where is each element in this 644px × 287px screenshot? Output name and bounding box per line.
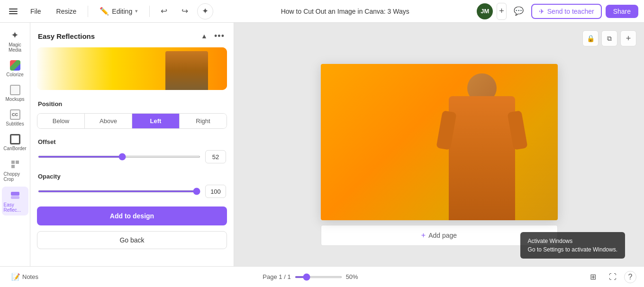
redo-button[interactable]: ↪ xyxy=(176,3,193,20)
zoom-percentage: 50% xyxy=(346,273,364,280)
copy-button[interactable]: ⧉ xyxy=(601,30,617,46)
pencil-icon: ✏️ xyxy=(100,7,109,16)
opacity-label: Opacity xyxy=(30,169,234,183)
file-label: File xyxy=(30,8,41,15)
canvas-toolbar: 🔒 ⧉ + xyxy=(582,30,636,46)
file-button[interactable]: File xyxy=(25,5,47,18)
sidebar-choppy-label: Choppy Crop xyxy=(4,171,27,182)
person-figure xyxy=(444,73,520,220)
share-button[interactable]: Share xyxy=(606,5,638,18)
sidebar-easy-reflections-label: Easy Reflec... xyxy=(4,202,27,213)
page-info: Page 1 / 1 xyxy=(263,273,290,280)
position-below-button[interactable]: Below xyxy=(37,114,85,128)
zoom-slider[interactable] xyxy=(295,276,342,278)
plus-people-button[interactable]: + xyxy=(497,3,507,20)
svg-rect-4 xyxy=(16,161,19,164)
sidebar-item-magic-media[interactable]: ✦ Magic Media xyxy=(2,27,28,55)
offset-value[interactable]: 52 xyxy=(205,150,226,163)
editing-label: Editing xyxy=(112,8,132,15)
position-left-button[interactable]: Left xyxy=(132,114,180,128)
subtitles-icon: CC xyxy=(10,109,20,120)
magic-media-icon: ✦ xyxy=(11,29,19,41)
undo-button[interactable]: ↩ xyxy=(155,3,172,20)
topbar-right: JM + 💬 ✈ Send to teacher Share xyxy=(477,3,638,20)
topbar: File Resize ✏️ Editing ▾ ↩ ↪ ✦ How to Cu… xyxy=(0,0,644,23)
fullscreen-button[interactable]: ⛶ xyxy=(604,269,621,286)
position-right-button[interactable]: Right xyxy=(180,114,227,128)
add-page-icon: + xyxy=(421,231,426,240)
sidebar-item-choppy-crop[interactable]: Choppy Crop xyxy=(2,156,28,185)
grid-view-button[interactable]: ⊞ xyxy=(584,269,601,286)
panel-header-actions: ▲ ••• xyxy=(198,29,226,43)
send-teacher-button[interactable]: ✈ Send to teacher xyxy=(531,4,602,19)
sparkle-button[interactable]: ✦ xyxy=(197,3,213,19)
easy-reflections-icon xyxy=(9,189,21,201)
more-options-button[interactable]: ••• xyxy=(213,29,226,43)
offset-slider-section: 52 xyxy=(30,148,234,169)
send-icon: ✈ xyxy=(539,8,544,15)
separator xyxy=(88,6,88,17)
panel-header: Easy Reflections ▲ ••• xyxy=(30,23,234,47)
notes-button[interactable]: 📝 Notes xyxy=(8,269,42,286)
lock-button[interactable]: 🔒 xyxy=(582,30,599,46)
comment-button[interactable]: 💬 xyxy=(510,3,527,20)
sidebar-item-colorize[interactable]: Colorize xyxy=(2,57,28,80)
notes-label: Notes xyxy=(22,273,38,280)
sidebar-colorize-label: Colorize xyxy=(6,72,24,77)
bottom-right: ⊞ ⛶ ? xyxy=(584,269,636,286)
opacity-slider-section: 100 xyxy=(30,183,234,204)
sidebar-item-mockups[interactable]: Mockups xyxy=(2,82,28,105)
editing-button[interactable]: ✏️ Editing ▾ xyxy=(94,4,144,18)
avatar: JM xyxy=(477,3,493,19)
canvas-slide[interactable] xyxy=(321,64,558,220)
share-label: Share xyxy=(613,8,631,15)
offset-label: Offset xyxy=(30,135,234,148)
svg-rect-5 xyxy=(11,165,15,168)
sidebar-item-label: Magic Media xyxy=(4,42,27,53)
canborder-icon xyxy=(10,134,20,144)
svg-rect-7 xyxy=(11,196,19,199)
svg-rect-3 xyxy=(11,161,15,164)
opacity-slider[interactable] xyxy=(38,190,200,192)
resize-button[interactable]: Resize xyxy=(51,5,82,18)
position-row: Below Above Left Right xyxy=(37,113,227,129)
menu-icon[interactable] xyxy=(6,4,21,19)
sidebar-item-easy-reflections[interactable]: Easy Reflec... xyxy=(2,187,28,215)
choppy-crop-icon xyxy=(9,159,21,170)
preview-box xyxy=(37,47,227,90)
bottom-left: 📝 Notes xyxy=(8,269,42,286)
scroll-up-button[interactable]: ▲ xyxy=(198,29,211,43)
sidebar-canborder-label: CanBorder xyxy=(3,146,26,151)
help-button[interactable]: ? xyxy=(624,271,636,283)
add-page-label: Add page xyxy=(428,232,457,239)
offset-slider[interactable] xyxy=(38,156,200,158)
sidebar-subtitles-label: Subtitles xyxy=(6,121,24,126)
separator2 xyxy=(149,6,150,17)
left-sidebar: ✦ Magic Media Colorize Mockups CC Subtit… xyxy=(0,23,30,287)
bottom-bar: 📝 Notes Page 1 / 1 50% ⊞ ⛶ ? xyxy=(0,266,644,287)
resize-label: Resize xyxy=(56,8,77,15)
canvas-area: 🔒 ⧉ + + Add page Activate Windows xyxy=(234,23,644,287)
preview-person xyxy=(165,51,208,90)
opacity-value[interactable]: 100 xyxy=(205,185,226,198)
add-page-bar[interactable]: + Add page xyxy=(321,225,558,246)
sidebar-item-subtitles[interactable]: CC Subtitles xyxy=(2,107,28,129)
panel-title: Easy Reflections xyxy=(38,32,95,40)
sidebar-item-canborder[interactable]: CanBorder xyxy=(2,131,28,154)
main-area: ✦ Magic Media Colorize Mockups CC Subtit… xyxy=(0,23,644,287)
position-label: Position xyxy=(30,97,234,110)
chevron-down-icon: ▾ xyxy=(135,8,138,14)
panel: Easy Reflections ▲ ••• Position Below Ab… xyxy=(30,23,234,287)
mockups-icon xyxy=(10,85,20,95)
go-back-button[interactable]: Go back xyxy=(37,231,227,249)
plus-icon: + xyxy=(499,6,504,16)
colorize-icon xyxy=(10,60,20,71)
send-teacher-label: Send to teacher xyxy=(547,8,594,15)
sidebar-mockups-label: Mockups xyxy=(5,97,24,102)
svg-rect-6 xyxy=(11,192,19,196)
notes-icon: 📝 xyxy=(11,273,20,281)
add-button[interactable]: + xyxy=(620,30,636,46)
bottom-center: Page 1 / 1 50% xyxy=(263,273,363,280)
position-above-button[interactable]: Above xyxy=(85,114,132,128)
add-design-button[interactable]: Add to design xyxy=(37,206,227,225)
